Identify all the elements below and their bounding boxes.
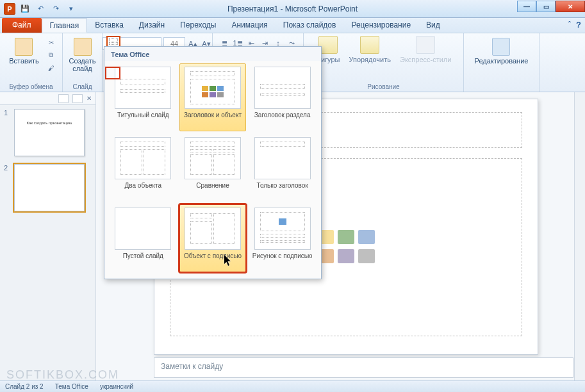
layout-gallery-header: Тема Office [104,47,321,61]
quick-styles-label: Экспресс-стили [400,56,451,63]
thumbnail-1[interactable]: 1 Как создать презентацию [4,109,92,156]
layout-title-only[interactable]: Только заголовок [249,134,316,202]
layout-label: Только заголовок [257,182,308,197]
app-icon: P [4,3,15,15]
layout-comparison[interactable]: Сравнение [179,134,247,202]
content-placeholder-icons [317,230,375,265]
new-slide-button[interactable]: Создать слайд [66,36,99,74]
insert-smartart-icon[interactable] [358,230,375,244]
editing-label: Редактирование [475,57,529,65]
tab-review[interactable]: Рецензирование [343,18,418,33]
title-bar: P 💾 ↶ ↷ ▾ Презентация1 - Microsoft Power… [0,0,585,18]
tab-file[interactable]: Файл [2,18,42,33]
thumbnails-tab-icon[interactable] [58,94,69,103]
editing-button[interactable]: Редактирование [472,36,532,67]
layout-content-caption[interactable]: Объект с подписью [179,204,247,272]
layout-title-slide[interactable]: Титульный слайд [110,63,177,131]
paste-icon [15,38,33,56]
quick-styles-button[interactable]: Экспресс-стили [400,36,451,63]
arrange-button[interactable]: Упорядочить [349,36,391,63]
qat-undo-icon[interactable]: ↶ [35,3,46,15]
layout-thumb-icon [185,67,241,109]
new-slide-label: Создать слайд [69,57,96,72]
tab-home[interactable]: Главная [42,18,88,33]
insert-chart-icon[interactable] [338,230,354,244]
help-icon[interactable]: ? [576,20,581,29]
layout-label: Два объекта [125,182,162,197]
insert-clipart-icon[interactable] [338,249,354,263]
thumb-caption: Как создать презентацию [20,121,79,125]
qat-customize-icon[interactable]: ▾ [65,3,77,15]
status-bar: Слайд 2 из 2 Тема Office украинский [0,380,585,392]
maximize-button[interactable]: ▭ [536,1,556,12]
layout-thumb-icon [254,208,311,250]
format-painter-icon[interactable]: 🖌 [46,63,56,73]
tab-insert[interactable]: Вставка [87,18,131,33]
arrange-icon [360,36,379,54]
thumbnails-list: 1 Как создать презентацию 2 [0,105,95,380]
slide-panel: ✕ 1 Как создать презентацию 2 [0,92,96,380]
new-slide-icon [74,38,92,56]
outline-tab-icon[interactable] [72,94,83,103]
layout-two-content[interactable]: Два объекта [110,134,177,202]
layout-thumb-icon [254,67,311,109]
tab-slideshow[interactable]: Показ слайдов [276,18,344,33]
layout-label: Заголовок раздела [254,111,311,127]
group-drawing: Фигуры Упорядочить Экспресс-стили Рисова… [304,33,464,92]
minimize-ribbon-icon[interactable]: ˆ [568,20,571,29]
layout-label: Сравнение [196,182,229,197]
layout-thumb-icon [115,137,171,179]
group-slides-label: Слайд [72,83,92,90]
layout-label: Титульный слайд [117,111,169,127]
copy-icon[interactable]: ⧉ [46,50,56,60]
layout-label: Пустой слайд [123,252,163,268]
layout-section-header[interactable]: Заголовок раздела [249,63,316,131]
quick-access-toolbar: P 💾 ↶ ↷ ▾ [0,0,77,17]
layout-label: Заголовок и объект [184,111,242,127]
layout-gallery-popup: Тема Office Титульный слайд Заголовок и … [104,46,322,279]
ribbon-help: ˆ ? [568,20,581,29]
group-clipboard: Вставить ✂ ⧉ 🖌 Буфер обмена [0,33,63,92]
vertical-scrollbar[interactable] [574,92,585,380]
group-drawing-label: Рисование [367,83,399,90]
paste-button[interactable]: Вставить [6,36,42,67]
quick-styles-icon [416,36,435,54]
status-slide-info: Слайд 2 из 2 [5,383,44,390]
ribbon-tabs: Файл Главная Вставка Дизайн Переходы Ани… [0,18,585,33]
status-language[interactable]: украинский [100,383,133,390]
window-buttons: — ▭ ✕ [517,0,585,12]
window-title: Презентация1 - Microsoft PowerPoint [0,4,585,13]
thumb-number: 2 [4,164,10,211]
layout-label: Рисунок с подписью [252,252,313,268]
notes-pane[interactable]: Заметки к слайду [154,357,573,378]
panel-close-icon[interactable]: ✕ [87,95,92,102]
layout-thumb-icon [185,208,241,250]
group-editing: Редактирование [464,33,540,92]
layout-thumb-icon [185,137,241,179]
group-slides: Создать слайд Слайд [63,33,103,92]
qat-save-icon[interactable]: 💾 [19,3,31,15]
tab-view[interactable]: Вид [418,18,448,33]
cut-icon[interactable]: ✂ [46,37,56,47]
insert-media-icon[interactable] [358,249,375,263]
layout-title-content[interactable]: Заголовок и объект [179,63,247,131]
layout-blank[interactable]: Пустой слайд [110,204,177,272]
status-theme: Тема Office [55,383,88,390]
thumb-number: 1 [4,109,10,156]
group-clipboard-label: Буфер обмена [10,83,53,90]
paste-label: Вставить [9,57,39,65]
tab-transitions[interactable]: Переходы [172,18,224,33]
layout-thumb-icon [115,208,171,250]
tab-animations[interactable]: Анимация [224,18,275,33]
thumbnail-2[interactable]: 2 [4,164,92,211]
tab-design[interactable]: Дизайн [131,18,172,33]
minimize-button[interactable]: — [517,1,536,12]
close-button[interactable]: ✕ [556,1,585,12]
layout-label: Объект с подписью [184,252,242,268]
outline-thumbnails-tabs: ✕ [0,92,95,105]
arrange-label: Упорядочить [349,56,391,63]
layout-thumb-icon [115,67,171,109]
layout-thumb-icon [254,137,311,179]
layout-picture-caption[interactable]: Рисунок с подписью [249,204,316,272]
qat-redo-icon[interactable]: ↷ [50,3,62,15]
